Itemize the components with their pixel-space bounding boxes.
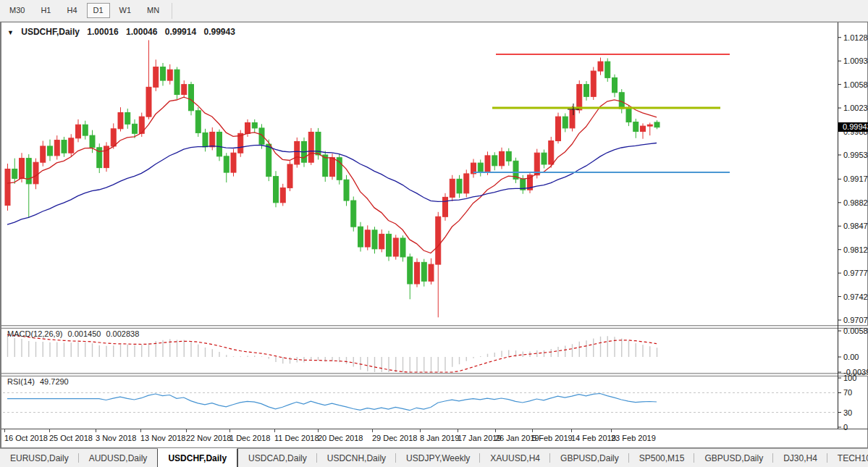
chart-canvas[interactable] — [1, 22, 868, 449]
symbol-tab-sp500-8[interactable]: SP500,M15 — [629, 449, 695, 467]
symbol-tab-usdcnh-4[interactable]: USDCNH,Daily — [317, 449, 396, 467]
rsi-name: RSI(14) — [7, 377, 35, 386]
chart-title: ▼ USDCHF,Daily 1.00016 1.00046 0.99914 0… — [7, 27, 235, 37]
price-axis-label: 0.98470 — [843, 222, 868, 230]
current-price-badge: 0.99943 — [838, 122, 868, 132]
date-axis-label: 23 Feb 2019 — [611, 434, 656, 442]
symbol-tab-usdjpy-5[interactable]: USDJPY,Weekly — [396, 449, 480, 467]
timeframe-button-h4[interactable]: H4 — [60, 3, 83, 18]
macd-indicator-label: MACD(12,26,9) 0.001450 0.002838 — [7, 329, 142, 338]
rsi-axis-label: 100 — [843, 374, 856, 382]
timeframe-button-d1[interactable]: D1 — [87, 3, 110, 18]
timeframe-button-h1[interactable]: H1 — [34, 3, 57, 18]
rsi-axis-label: 70 — [843, 389, 852, 397]
price-axis-label: 0.99530 — [843, 151, 868, 159]
macd-axis-label: 0.00 — [843, 353, 859, 361]
symbol-tab-audusd-1[interactable]: AUDUSD,Daily — [79, 449, 158, 467]
chart-window: ▼ USDCHF,Daily 1.00016 1.00046 0.99914 0… — [0, 22, 868, 448]
macd-signal-value: 0.002838 — [106, 329, 139, 338]
symbol-tab-dj30-10[interactable]: DJ30,H4 — [773, 449, 827, 467]
price-axis-label: 1.00230 — [843, 104, 868, 112]
price-axis-label: 1.01280 — [843, 34, 868, 42]
price-axis-label: 0.99170 — [843, 175, 868, 183]
price-axis-label: 0.97070 — [843, 316, 868, 324]
rsi-indicator-label: RSI(14) 49.7290 — [7, 377, 72, 386]
macd-axis-label: 0.005802 — [843, 327, 868, 335]
symbol-tab-bar: EURUSD,DailyAUDUSD,DailyUSDCHF,DailyUSDC… — [0, 448, 868, 467]
price-axis-label: 0.97420 — [843, 293, 868, 301]
date-axis-label: 16 Oct 2018 — [4, 434, 48, 442]
date-axis-label: 13 Nov 2018 — [140, 434, 185, 442]
symbol-tab-usdchf-2[interactable]: USDCHF,Daily — [157, 448, 238, 467]
ohlc-open: 1.00016 — [87, 27, 118, 37]
date-axis-label: 14 Feb 2019 — [571, 434, 616, 442]
date-axis-label: 8 Jan 2019 — [420, 434, 459, 442]
ohlc-low: 0.99914 — [165, 27, 196, 37]
timeframe-toolbar: M30H1H4D1W1MN — [0, 0, 868, 22]
price-axis-label: 0.98120 — [843, 246, 868, 254]
date-axis-label: 5 Feb 2019 — [532, 434, 573, 442]
date-axis-label: 25 Oct 2018 — [49, 434, 93, 442]
symbol-tab-gbpusd-7[interactable]: GBPUSD,Daily — [550, 449, 629, 467]
trading-app: M30H1H4D1W1MN ▼ USDCHF,Daily 1.00016 1.0… — [0, 0, 868, 467]
price-axis-label: 1.00580 — [843, 81, 868, 89]
timeframe-button-w1[interactable]: W1 — [113, 3, 138, 18]
ohlc-close: 0.99943 — [204, 27, 235, 37]
rsi-value: 49.7290 — [40, 377, 69, 386]
symbol-tab-usdcad-3[interactable]: USDCAD,Daily — [238, 449, 317, 467]
ohlc-high: 1.00046 — [126, 27, 157, 37]
symbol-tab-xauusd-6[interactable]: XAUUSD,H4 — [480, 449, 550, 467]
toolbar-separator — [172, 3, 172, 19]
symbol-tab-eurusd-0[interactable]: EURUSD,Daily — [0, 449, 79, 467]
date-axis-label: 1 Dec 2018 — [229, 434, 270, 442]
price-axis-label: 0.97770 — [843, 269, 868, 277]
chart-symbol-label: USDCHF,Daily — [21, 27, 80, 37]
date-axis-label: 11 Dec 2018 — [274, 434, 319, 442]
macd-main-value: 0.001450 — [67, 329, 101, 338]
symbol-tab-tech100-11[interactable]: TECH100,H — [827, 449, 868, 467]
symbol-tab-gbpusd-9[interactable]: GBPUSD,Daily — [694, 449, 773, 467]
price-axis-label: 1.00930 — [843, 57, 868, 65]
chart-menu-caret-icon[interactable]: ▼ — [7, 29, 14, 36]
price-axis-label: 0.98820 — [843, 199, 868, 207]
rsi-axis-label: 0 — [843, 424, 848, 432]
rsi-axis-label: 30 — [843, 409, 852, 417]
timeframe-button-m30[interactable]: M30 — [3, 3, 31, 18]
date-axis-label: 22 Nov 2018 — [186, 434, 231, 442]
date-axis-label: 29 Dec 2018 — [372, 434, 417, 442]
date-axis-label: 3 Nov 2018 — [96, 434, 136, 442]
date-axis-label: 20 Dec 2018 — [318, 434, 363, 442]
timeframe-button-mn[interactable]: MN — [140, 3, 166, 18]
macd-name: MACD(12,26,9) — [7, 329, 62, 338]
